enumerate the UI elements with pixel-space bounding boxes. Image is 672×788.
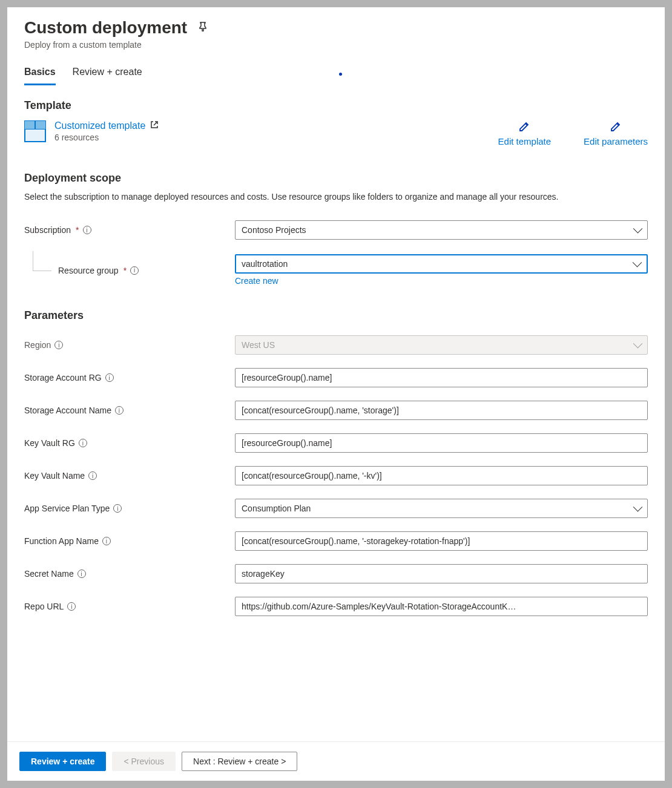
- info-icon[interactable]: i: [67, 602, 76, 611]
- info-icon[interactable]: i: [115, 406, 124, 415]
- tab-review-create[interactable]: Review + create: [73, 64, 142, 85]
- region-select: West US: [235, 335, 648, 355]
- tabs: Basics Review + create: [24, 64, 648, 86]
- create-new-link[interactable]: Create new: [235, 276, 278, 286]
- resource-group-label: Resource group* i: [24, 266, 235, 275]
- function-app-name-input[interactable]: [235, 531, 648, 551]
- storage-account-rg-input[interactable]: [235, 368, 648, 387]
- secret-name-label: Secret Name i: [24, 569, 235, 579]
- info-icon[interactable]: i: [113, 504, 122, 513]
- info-icon[interactable]: i: [105, 373, 114, 382]
- next-button[interactable]: Next : Review + create >: [182, 752, 297, 771]
- secret-name-input[interactable]: [235, 564, 648, 583]
- key-vault-name-label: Key Vault Name i: [24, 471, 235, 481]
- info-icon[interactable]: i: [102, 537, 111, 545]
- app-service-plan-type-label: App Service Plan Type i: [24, 504, 235, 513]
- region-label: Region i: [24, 340, 235, 350]
- info-icon[interactable]: i: [77, 570, 86, 578]
- footer-bar: Review + create < Previous Next : Review…: [7, 741, 665, 781]
- repo-url-label: Repo URL i: [24, 602, 235, 611]
- info-icon[interactable]: i: [130, 266, 139, 275]
- page-title: Custom deployment: [24, 18, 187, 38]
- key-vault-name-input[interactable]: [235, 466, 648, 485]
- edit-template-label: Edit template: [498, 136, 552, 146]
- subscription-label: Subscription* i: [24, 225, 235, 235]
- info-icon[interactable]: i: [83, 226, 91, 234]
- edit-parameters-label: Edit parameters: [584, 136, 648, 146]
- parameters-heading: Parameters: [24, 309, 648, 322]
- info-icon[interactable]: i: [79, 439, 87, 447]
- previous-button: < Previous: [112, 752, 176, 771]
- key-vault-rg-input[interactable]: [235, 433, 648, 453]
- app-service-plan-type-select[interactable]: Consumption Plan: [235, 499, 648, 518]
- deployment-scope-description: Select the subscription to manage deploy…: [24, 191, 593, 203]
- storage-account-name-input[interactable]: [235, 401, 648, 420]
- loading-indicator: [339, 73, 342, 76]
- review-create-button[interactable]: Review + create: [19, 752, 106, 771]
- edit-parameters-button[interactable]: Edit parameters: [584, 120, 648, 146]
- key-vault-rg-label: Key Vault RG i: [24, 438, 235, 448]
- repo-url-input[interactable]: [235, 597, 648, 616]
- resource-group-select[interactable]: vaultrotation: [235, 254, 648, 274]
- info-icon[interactable]: i: [88, 471, 97, 480]
- tab-basics[interactable]: Basics: [24, 64, 56, 85]
- template-heading: Template: [24, 99, 648, 112]
- page-subtitle: Deploy from a custom template: [24, 40, 648, 50]
- template-resource-count: 6 resources: [54, 133, 159, 142]
- customized-template-link[interactable]: Customized template: [54, 120, 145, 131]
- edit-template-button[interactable]: Edit template: [498, 120, 552, 146]
- deployment-scope-heading: Deployment scope: [24, 172, 648, 185]
- info-icon[interactable]: i: [54, 341, 63, 349]
- storage-account-rg-label: Storage Account RG i: [24, 373, 235, 383]
- function-app-name-label: Function App Name i: [24, 536, 235, 546]
- external-link-icon: [150, 120, 159, 131]
- template-file-icon: [24, 120, 46, 142]
- subscription-select[interactable]: Contoso Projects: [235, 220, 648, 240]
- pin-icon[interactable]: [198, 22, 208, 34]
- storage-account-name-label: Storage Account Name i: [24, 405, 235, 415]
